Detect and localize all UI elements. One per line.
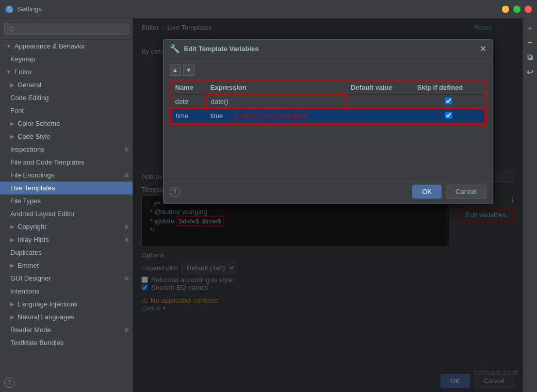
- row-name-cell: date: [171, 94, 206, 109]
- edit-template-variables-modal: 🔧 Edit Template Variables ✕ ▲ ▼: [163, 39, 493, 204]
- sidebar-item-code-style[interactable]: ▶ Code Style: [0, 130, 133, 143]
- sidebar-item-font[interactable]: Font: [0, 104, 133, 117]
- modal-cancel-button[interactable]: Cancel: [446, 185, 486, 199]
- sidebar-item-label: GUI Designer: [10, 274, 51, 282]
- sidebar-item-label: Font: [10, 107, 24, 115]
- row-default-cell: [347, 109, 413, 123]
- skip-checkbox-time[interactable]: [445, 112, 452, 119]
- modal-help-button[interactable]: ?: [170, 187, 180, 197]
- sidebar-item-duplicates[interactable]: Duplicates: [0, 246, 133, 259]
- modal-ok-button[interactable]: OK: [412, 185, 442, 199]
- col-expression-header: Expression: [206, 81, 347, 94]
- sidebar-item-file-types[interactable]: File Types: [0, 194, 133, 207]
- modal-title: Edit Template Variables: [184, 45, 259, 53]
- badge-icon: ⊞: [124, 275, 128, 281]
- badge-icon: ⊞: [124, 327, 128, 333]
- title-bar: 🔧 Settings: [0, 0, 537, 19]
- sidebar-item-file-encodings[interactable]: File Encodings ⊞: [0, 169, 133, 182]
- variables-table: Name Expression Default value Skip if de…: [171, 81, 485, 124]
- remove-button[interactable]: −: [525, 37, 536, 48]
- svg-text:🔧: 🔧: [7, 7, 13, 13]
- add-button[interactable]: +: [525, 23, 536, 34]
- badge-icon: ⊞: [124, 237, 128, 242]
- skip-checkbox-date[interactable]: [445, 97, 452, 104]
- annotation-step2: 2.填写表达式可自动生成时间: [235, 113, 308, 119]
- sidebar-item-inlay-hints[interactable]: ▶ Inlay Hints ⊞: [0, 233, 133, 246]
- modal-footer: ? OK Cancel: [164, 179, 493, 204]
- window-title: Settings: [18, 5, 42, 13]
- move-down-button[interactable]: ▼: [183, 64, 194, 76]
- sidebar-item-code-editing[interactable]: Code Editing: [0, 91, 133, 104]
- row-expression-cell: date(): [206, 94, 347, 109]
- col-skip-header: Skip if defined: [413, 81, 484, 94]
- sidebar-item-label: Live Templates: [10, 184, 55, 192]
- sidebar-item-natural-languages[interactable]: ▶ Natural Languages: [0, 311, 133, 323]
- chevron-down-icon: ▼: [6, 69, 11, 75]
- minimize-button[interactable]: [502, 6, 509, 13]
- chevron-right-icon: ▶: [10, 82, 14, 88]
- row-skip-cell: [413, 109, 484, 123]
- chevron-right-icon: ▶: [10, 121, 14, 126]
- row-default-cell: [347, 94, 413, 109]
- chevron-right-icon: ▶: [10, 134, 14, 139]
- chevron-right-icon: ▶: [10, 314, 14, 320]
- modal-close-button[interactable]: ✕: [480, 44, 486, 54]
- sidebar-item-label: File Types: [10, 197, 41, 205]
- sidebar-item-general[interactable]: ▶ General: [0, 78, 133, 91]
- undo-button[interactable]: ↩: [525, 66, 536, 77]
- move-up-button[interactable]: ▲: [170, 64, 181, 76]
- search-input[interactable]: [4, 23, 128, 35]
- sidebar-item-gui-designer[interactable]: GUI Designer ⊞: [0, 272, 133, 285]
- sidebar-item-label: File and Code Templates: [10, 158, 85, 166]
- chevron-right-icon: ▶: [10, 263, 14, 268]
- sidebar-item-emmet[interactable]: ▶ Emmet: [0, 259, 133, 272]
- badge-icon: ⊞: [124, 172, 128, 178]
- sidebar-item-label: TextMate Bundles: [10, 339, 63, 347]
- sidebar-item-label: Keymap: [10, 55, 35, 63]
- col-default-header: Default value: [347, 81, 413, 94]
- sidebar-item-textmate[interactable]: TextMate Bundles: [0, 336, 133, 349]
- sidebar-item-label: Intentions: [10, 287, 39, 295]
- sidebar-item-color-scheme[interactable]: ▶ Color Scheme: [0, 117, 133, 130]
- sidebar-item-android-layout[interactable]: Android Layout Editor: [0, 207, 133, 220]
- row-name-cell: time: [171, 109, 206, 123]
- help-button[interactable]: ?: [4, 378, 14, 388]
- help-area: ?: [0, 373, 133, 392]
- chevron-right-icon: ▶: [10, 237, 14, 242]
- sidebar-item-label: Appearance & Behavior: [14, 42, 85, 50]
- variables-table-container: Name Expression Default value Skip if de…: [170, 80, 486, 125]
- settings-window: 🔧 Settings ▼ Appearance & Behavior Keyma…: [0, 0, 537, 392]
- sidebar-item-keymap[interactable]: Keymap: [0, 53, 133, 66]
- sidebar-item-label: Inspections: [10, 145, 44, 153]
- table-header-row: Name Expression Default value Skip if de…: [171, 81, 485, 94]
- chevron-down-icon: ▼: [6, 43, 11, 49]
- modal-overlay: 🔧 Edit Template Variables ✕ ▲ ▼: [133, 19, 523, 392]
- sidebar-item-label: Android Layout Editor: [10, 210, 75, 218]
- sidebar: ▼ Appearance & Behavior Keymap ▼ Editor …: [0, 19, 133, 392]
- sidebar-item-appearance[interactable]: ▼ Appearance & Behavior: [0, 40, 133, 53]
- sidebar-item-copyright[interactable]: ▶ Copyright ⊞: [0, 220, 133, 233]
- sidebar-item-label: Natural Languages: [18, 313, 74, 321]
- row-skip-cell: [413, 94, 484, 109]
- sidebar-item-language-injections[interactable]: ▶ Language Injections: [0, 298, 133, 311]
- modal-body: ▲ ▼ Name Expression Default value: [164, 58, 493, 179]
- table-row[interactable]: date date(): [171, 94, 485, 109]
- sidebar-item-label: Emmet: [18, 262, 39, 269]
- sidebar-item-label: Code Style: [18, 133, 51, 140]
- sidebar-item-label: Copyright: [18, 223, 46, 231]
- app-icon: 🔧: [5, 5, 13, 13]
- sidebar-item-label: File Encodings: [10, 171, 54, 179]
- sidebar-item-inspections[interactable]: Inspections ⊞: [0, 143, 133, 156]
- chevron-right-icon: ▶: [10, 301, 14, 307]
- close-button[interactable]: [525, 6, 532, 13]
- sidebar-item-editor[interactable]: ▼ Editor: [0, 66, 133, 78]
- sidebar-item-intentions[interactable]: Intentions: [0, 285, 133, 298]
- maximize-button[interactable]: [513, 6, 520, 13]
- window-controls: [502, 6, 532, 13]
- sidebar-item-reader-mode[interactable]: Reader Mode ⊞: [0, 323, 133, 336]
- sidebar-item-file-templates[interactable]: File and Code Templates: [0, 156, 133, 169]
- badge-icon: ⊞: [124, 146, 128, 152]
- table-row[interactable]: time time 2.填写表达式可自动生成时间: [171, 109, 485, 123]
- copy-button[interactable]: ⧉: [525, 52, 536, 63]
- sidebar-item-live-templates[interactable]: Live Templates: [0, 182, 133, 194]
